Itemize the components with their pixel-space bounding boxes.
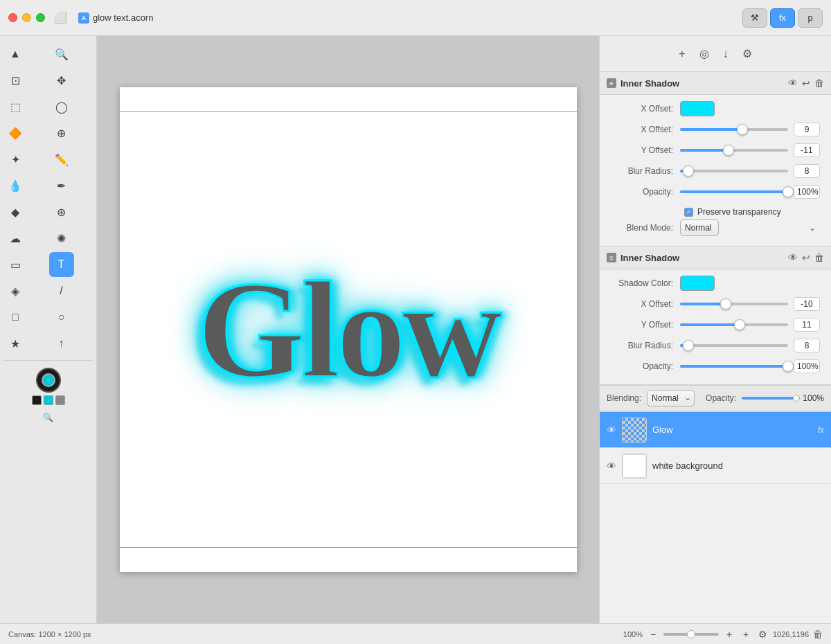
smudge-tool[interactable]: ⊛ (49, 199, 74, 224)
add-layer-btn[interactable]: + (740, 628, 752, 641)
blur-radius-slider-1[interactable]: 8 (680, 164, 820, 178)
zoom-out-btn[interactable]: − (647, 628, 659, 641)
zoom-slider-track[interactable] (663, 633, 719, 636)
shadow-color-swatch-1[interactable] (680, 101, 715, 116)
maximize-button[interactable] (36, 13, 45, 22)
sidebar-toggle-icon[interactable]: ⬜ (53, 11, 67, 24)
effects-panel[interactable]: ≡ Inner Shadow 👁 ↩ 🗑 X Offset: (600, 72, 831, 623)
arrow-tool[interactable]: ▲ (3, 42, 28, 66)
bg-color-swatch[interactable] (44, 395, 53, 405)
layer-visibility-white-bg[interactable]: 👁 (607, 460, 616, 472)
inner-shadow-1-delete-icon[interactable]: 🗑 (814, 78, 824, 89)
add-effect-icon[interactable]: + (676, 45, 688, 63)
p-button[interactable]: p (798, 8, 823, 28)
x-offset-slider-1[interactable]: 9 (680, 123, 820, 136)
star-tool[interactable]: ★ (3, 331, 28, 356)
blur-radius-slider-2[interactable]: 8 (680, 339, 820, 352)
gear-icon[interactable]: ⚙ (740, 44, 755, 63)
x-offset-slider-track-2[interactable] (680, 298, 788, 310)
inner-shadow-2-reset-icon[interactable]: ↩ (802, 252, 810, 263)
blur-radius-thumb-2[interactable] (683, 340, 694, 351)
fx-button[interactable]: fx (770, 8, 795, 28)
inner-shadow-1-title: Inner Shadow (620, 78, 784, 89)
extra-color-swatch[interactable] (55, 395, 65, 405)
inner-shadow-2-delete-icon[interactable]: 🗑 (814, 252, 824, 263)
ellipse-select-tool[interactable]: ◯ (49, 94, 74, 119)
layer-fx-icon-glow[interactable]: fx (818, 425, 824, 435)
zoom-slider-thumb[interactable] (687, 630, 695, 638)
layer-settings-btn[interactable]: ⚙ (756, 628, 769, 641)
blend-mode-select-wrapper-1[interactable]: Normal Multiply Screen Overlay (680, 220, 820, 236)
shadow-color-swatch-2[interactable] (680, 276, 715, 291)
eyedropper-tool[interactable]: 💧 (3, 173, 28, 198)
layer-item-white-bg[interactable]: 👁 white background (600, 448, 831, 484)
rect-outline-tool[interactable]: □ (3, 305, 28, 330)
inner-shadow-1-eye-icon[interactable]: 👁 (788, 78, 798, 89)
blend-mode-select-1[interactable]: Normal Multiply Screen Overlay (680, 220, 719, 236)
blending-select[interactable]: Normal Multiply (647, 390, 695, 406)
blending-select-wrapper[interactable]: Normal Multiply (647, 390, 695, 406)
inner-shadow-1-body: X Offset: X Offset: (600, 95, 831, 246)
color-circle-btn[interactable] (36, 368, 61, 393)
x-offset-slider-2[interactable]: -10 (680, 297, 820, 311)
x-offset-thumb-1[interactable] (737, 124, 748, 135)
minimize-button[interactable] (22, 13, 31, 22)
pencil-tool[interactable]: ✒ (49, 173, 74, 198)
y-offset-slider-1[interactable]: -11 (680, 143, 820, 157)
close-button[interactable] (8, 13, 17, 22)
brush-tool[interactable]: ✏️ (49, 147, 74, 172)
inner-shadow-1-toggle[interactable]: ≡ (607, 78, 616, 88)
text-tool[interactable]: T (49, 252, 74, 277)
rect-shape-tool[interactable]: ▭ (3, 252, 28, 277)
opacity-slider-track-1[interactable] (680, 186, 788, 197)
zoom-in-btn[interactable]: + (723, 628, 735, 641)
lasso-tool[interactable]: 🔶 (3, 120, 28, 145)
rect-select-tool[interactable]: ⬚ (3, 94, 28, 119)
opacity-slider-bar[interactable]: 100% (742, 393, 824, 403)
layer-visibility-glow[interactable]: 👁 (607, 424, 616, 436)
arrow-shape-tool[interactable]: ↑ (49, 331, 74, 356)
layer-item-glow[interactable]: 👁 Glow fx (600, 412, 831, 448)
inner-shadow-2-eye-icon[interactable]: 👁 (788, 252, 798, 263)
blur-radius-thumb-1[interactable] (683, 166, 694, 177)
transform-tool[interactable]: ✥ (49, 68, 74, 93)
download-icon[interactable]: ↓ (720, 45, 731, 63)
circle-outline-tool[interactable]: ○ (49, 305, 74, 330)
y-offset-thumb-2[interactable] (734, 319, 745, 330)
inner-shadow-1-reset-icon[interactable]: ↩ (802, 78, 810, 89)
opacity-slider-1[interactable]: 100% (680, 185, 820, 199)
x-offset-slider-track-1[interactable] (680, 124, 788, 135)
magic-wand-tool[interactable]: ✦ (3, 147, 28, 172)
zoom-in-tool[interactable]: 🔍 (39, 408, 58, 427)
y-offset-thumb-1[interactable] (723, 145, 734, 156)
y-offset-slider-track-2[interactable] (680, 319, 788, 330)
magnetic-lasso-tool[interactable]: ⊕ (49, 120, 74, 145)
blur-radius-row-1: Blur Radius: 8 (611, 163, 820, 179)
line-tool[interactable]: / (49, 278, 74, 303)
clone-tool[interactable]: ☁ (3, 226, 28, 251)
opacity-slider-track-2[interactable] (680, 361, 788, 372)
opacity-thumb-1[interactable] (783, 186, 794, 197)
blur-radius-slider-track-1[interactable] (680, 166, 788, 177)
preserve-transparency-checkbox-1[interactable]: ✓ (684, 208, 693, 217)
left-toolbar: ▲ 🔍 ⊡ ✥ ⬚ ◯ 🔶 ⊕ ✦ ✏️ 💧 ✒ ◆ ⊛ ☁ ✺ ▭ T (0, 36, 97, 623)
blur-radius-slider-track-2[interactable] (680, 340, 788, 351)
bezier-tool[interactable]: ◈ (3, 278, 28, 303)
opacity-slider-2[interactable]: 100% (680, 359, 820, 373)
eraser-tool[interactable]: ◆ (3, 199, 28, 224)
shadow-color-label-2: Shadow Color: (611, 278, 680, 288)
y-offset-value-1: -11 (794, 143, 820, 157)
tools-button[interactable]: ⚒ (742, 8, 767, 28)
canvas-wrapper: Glow (120, 87, 577, 572)
effects-tool[interactable]: ✺ (49, 226, 74, 251)
crop-tool[interactable]: ⊡ (3, 68, 28, 93)
y-offset-slider-track-1[interactable] (680, 145, 788, 156)
x-offset-thumb-2[interactable] (720, 298, 731, 310)
y-offset-slider-2[interactable]: 11 (680, 318, 820, 332)
zoom-tool[interactable]: 🔍 (49, 42, 74, 66)
trash-icon[interactable]: 🗑 (813, 629, 823, 640)
opacity-thumb-2[interactable] (783, 361, 794, 372)
fg-color-swatch[interactable] (32, 395, 42, 405)
visibility-icon[interactable]: ◎ (697, 44, 712, 63)
inner-shadow-2-toggle[interactable]: ≡ (607, 253, 616, 262)
